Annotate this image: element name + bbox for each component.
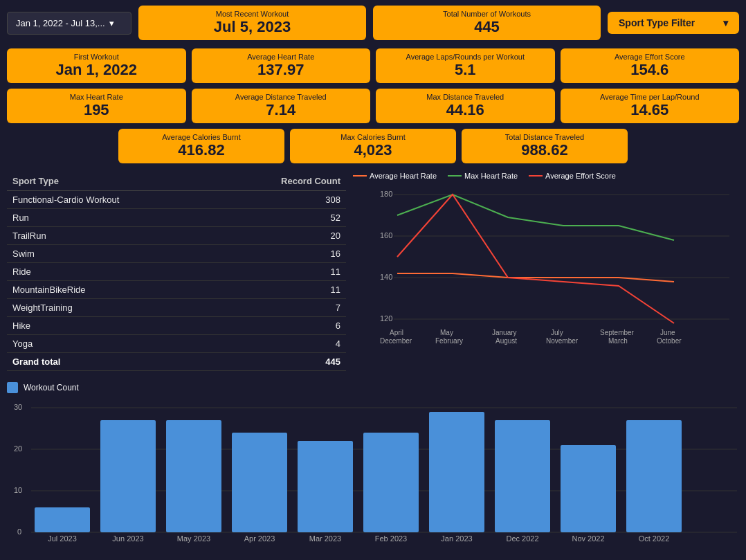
svg-text:July: July xyxy=(551,329,563,336)
svg-text:30: 30 xyxy=(14,403,22,411)
avg-effort-line xyxy=(397,195,674,323)
max-distance-card: Max Distance Traveled 44.16 xyxy=(376,89,555,123)
svg-text:Dec 2022: Dec 2022 xyxy=(506,534,538,543)
svg-text:120: 120 xyxy=(380,314,392,323)
max-heart-rate-line xyxy=(397,195,674,240)
workout-count-legend-dot xyxy=(7,382,18,393)
record-count-cell: 4 xyxy=(219,335,346,353)
chevron-down-icon: ▾ xyxy=(723,17,728,28)
svg-text:January: January xyxy=(492,329,517,336)
svg-text:Nov 2022: Nov 2022 xyxy=(572,534,604,543)
table-row: WeightTraining7 xyxy=(7,299,346,317)
table-row: Ride11 xyxy=(7,263,346,281)
record-count-cell: 52 xyxy=(219,209,346,227)
avg-distance-value: 7.14 xyxy=(201,101,361,119)
record-count-cell: 11 xyxy=(219,281,346,299)
total-distance-value: 988.62 xyxy=(471,141,618,159)
first-workout-card: First Workout Jan 1, 2022 xyxy=(7,48,186,83)
svg-text:Jan 2023: Jan 2023 xyxy=(441,534,472,543)
svg-text:April: April xyxy=(390,329,403,336)
max-distance-value: 44.16 xyxy=(385,101,545,119)
max-calories-card: Max Calories Burnt 4,023 xyxy=(290,129,456,163)
avg-heart-rate-legend-color xyxy=(353,175,367,177)
total-workouts-label: Total Number of Workouts xyxy=(383,10,591,18)
metrics-row-1: First Workout Jan 1, 2022 Average Heart … xyxy=(0,46,746,86)
svg-text:10: 10 xyxy=(14,486,22,494)
first-workout-value: Jan 1, 2022 xyxy=(17,61,176,79)
avg-heart-rate-card: Average Heart Rate 137.97 xyxy=(192,48,371,83)
avg-effort-legend-label: Average Effort Score xyxy=(545,172,616,180)
sport-type-cell: WeightTraining xyxy=(7,299,219,317)
table-row: Functional-Cardio Workout308 xyxy=(7,191,346,209)
bar-jul2023 xyxy=(35,507,90,532)
legend-avg-effort: Average Effort Score xyxy=(529,172,616,180)
metrics-row-3: Average Calories Burnt 416.82 Max Calori… xyxy=(0,126,746,166)
avg-heart-rate-label: Average Heart Rate xyxy=(201,53,361,61)
sport-type-cell: TrailRun xyxy=(7,227,219,245)
bar-apr2023 xyxy=(232,433,287,532)
table-row: Swim16 xyxy=(7,245,346,263)
total-distance-card: Total Distance Traveled 988.62 xyxy=(462,129,628,163)
record-count-col-header: Record Count xyxy=(219,172,346,191)
most-recent-workout-label: Most Recent Workout xyxy=(148,10,356,18)
bar-feb2023 xyxy=(363,433,419,532)
max-heart-rate-legend-label: Max Heart Rate xyxy=(464,172,518,180)
record-count-cell: 308 xyxy=(219,191,346,209)
svg-text:October: October xyxy=(657,337,682,345)
svg-text:August: August xyxy=(495,337,517,345)
sport-type-cell: Functional-Cardio Workout xyxy=(7,191,219,209)
svg-text:May 2023: May 2023 xyxy=(177,534,210,543)
total-workouts-value: 445 xyxy=(383,18,591,36)
bar-mar2023 xyxy=(298,441,353,532)
bar-chart-svg: 30 20 10 0 Jul 2023 Jun 2023 May 2023 Ap… xyxy=(7,397,739,543)
svg-text:20: 20 xyxy=(14,444,22,453)
avg-effort-legend-color xyxy=(529,175,543,177)
avg-calories-value: 416.82 xyxy=(128,141,275,159)
max-calories-value: 4,023 xyxy=(300,141,446,159)
date-filter[interactable]: Jan 1, 2022 - Jul 13,... ▾ xyxy=(7,12,131,35)
grand-total-label: Grand total xyxy=(7,353,219,371)
max-heart-rate-label: Max Heart Rate xyxy=(17,93,176,101)
sport-type-col-header: Sport Type xyxy=(7,172,219,191)
record-count-cell: 7 xyxy=(219,299,346,317)
avg-laps-label: Average Laps/Rounds per Workout xyxy=(385,53,545,61)
bar-may2023 xyxy=(166,420,221,532)
avg-time-lap-label: Average Time per Lap/Round xyxy=(570,93,730,101)
avg-heart-rate-legend-label: Average Heart Rate xyxy=(370,172,437,180)
record-count-cell: 20 xyxy=(219,227,346,245)
record-count-cell: 11 xyxy=(219,263,346,281)
sport-type-filter[interactable]: Sport Type Filter ▾ xyxy=(608,12,739,34)
avg-laps-card: Average Laps/Rounds per Workout 5.1 xyxy=(376,48,555,83)
table-row: MountainBikeRide11 xyxy=(7,281,346,299)
svg-text:February: February xyxy=(435,337,463,345)
table-row: TrailRun20 xyxy=(7,227,346,245)
bar-jun2023 xyxy=(100,420,156,532)
svg-text:Jun 2023: Jun 2023 xyxy=(112,534,143,543)
legend-avg-heart-rate: Average Heart Rate xyxy=(353,172,437,180)
sport-filter-label: Sport Type Filter xyxy=(619,17,695,28)
avg-distance-label: Average Distance Traveled xyxy=(201,93,361,101)
record-count-cell: 6 xyxy=(219,317,346,335)
sport-type-cell: Swim xyxy=(7,245,219,263)
grand-total-row: Grand total445 xyxy=(7,353,346,371)
date-filter-label: Jan 1, 2022 - Jul 13,... xyxy=(16,18,105,28)
top-bar: Jan 1, 2022 - Jul 13,... ▾ Most Recent W… xyxy=(0,0,746,46)
avg-time-lap-value: 14.65 xyxy=(570,101,730,119)
total-workouts-card: Total Number of Workouts 445 xyxy=(373,6,601,40)
avg-time-lap-card: Average Time per Lap/Round 14.65 xyxy=(561,89,740,123)
avg-distance-card: Average Distance Traveled 7.14 xyxy=(192,89,371,123)
table-row: Run52 xyxy=(7,209,346,227)
first-workout-label: First Workout xyxy=(17,53,176,61)
svg-text:Feb 2023: Feb 2023 xyxy=(375,534,407,543)
sport-type-cell: Run xyxy=(7,209,219,227)
avg-calories-card: Average Calories Burnt 416.82 xyxy=(118,129,284,163)
svg-text:June: June xyxy=(660,329,675,336)
max-distance-label: Max Distance Traveled xyxy=(385,93,545,101)
svg-text:0: 0 xyxy=(17,527,21,536)
most-recent-workout-card: Most Recent Workout Jul 5, 2023 xyxy=(138,6,366,40)
grand-total-count: 445 xyxy=(219,353,346,371)
sport-type-cell: Yoga xyxy=(7,335,219,353)
svg-text:Jul 2023: Jul 2023 xyxy=(48,534,77,543)
svg-text:May: May xyxy=(440,329,453,336)
max-heart-rate-value: 195 xyxy=(17,101,176,119)
